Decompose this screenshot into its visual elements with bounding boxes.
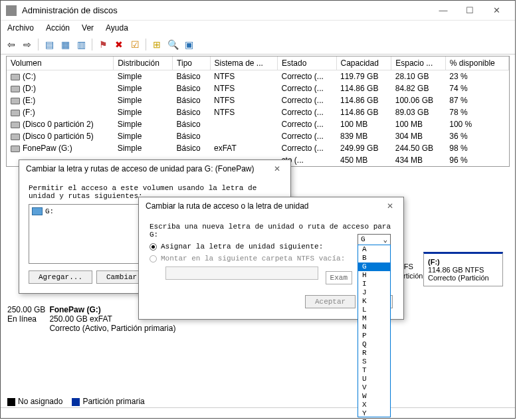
cell: 434 MB <box>391 154 446 166</box>
combo-option[interactable]: T <box>358 366 390 375</box>
combo-option[interactable]: W <box>358 392 390 401</box>
maximize-button[interactable]: ☐ <box>457 1 483 20</box>
cell: Correcto (... <box>277 82 336 94</box>
combo-option[interactable]: G <box>358 262 390 271</box>
table-row[interactable]: (Disco 0 partición 2)SimpleBásicoCorrect… <box>7 118 509 130</box>
titlebar: Administración de discos — ☐ ✕ <box>1 1 515 21</box>
combo-option[interactable]: Y <box>358 409 390 418</box>
menu-ayuda[interactable]: Ayuda <box>104 22 130 34</box>
combo-option[interactable]: Q <box>358 340 390 349</box>
table-row[interactable]: (D:)SimpleBásicoNTFSCorrecto (...114.86 … <box>7 82 509 94</box>
cell: 114.86 GB <box>336 106 391 118</box>
col-capacidad[interactable]: Capacidad <box>336 56 391 70</box>
window-title: Administración de discos <box>22 5 430 15</box>
cell: Simple <box>114 142 173 154</box>
combo-option[interactable]: L <box>358 306 390 314</box>
cell: 98 % <box>445 142 508 154</box>
browse-button[interactable]: Exam <box>326 271 352 284</box>
combo-option[interactable]: M <box>358 314 390 323</box>
cell: Básico <box>173 70 210 83</box>
view1-icon[interactable]: ▤ <box>43 38 56 51</box>
combo-option[interactable]: V <box>358 383 390 392</box>
delete-icon[interactable]: ✖ <box>112 38 126 51</box>
combo-option[interactable]: I <box>358 280 390 288</box>
table-row[interactable]: FonePaw (G:)SimpleBásicoexFATCorrecto (.… <box>7 142 509 154</box>
cell: 89.03 GB <box>391 106 446 118</box>
cell: Simple <box>114 70 173 83</box>
cell: 249.99 GB <box>336 142 391 154</box>
menu-archivo[interactable]: Archivo <box>6 22 35 34</box>
toolbar-sep <box>38 39 39 51</box>
combo-option[interactable]: A <box>358 245 390 254</box>
minimize-button[interactable]: — <box>430 1 457 20</box>
view2-icon[interactable]: ▦ <box>58 38 72 51</box>
radio-assign-letter[interactable] <box>150 243 157 251</box>
table-row[interactable]: (F:)SimpleBásicoNTFSCorrecto (...114.86 … <box>7 106 509 118</box>
cell: 84.82 GB <box>391 82 446 94</box>
combo-option[interactable]: N <box>358 323 390 332</box>
partition-f-size: 114.86 GB NTFS <box>428 266 484 274</box>
dialog1-close-icon[interactable]: ✕ <box>270 164 284 173</box>
col-estado[interactable]: Estado <box>277 56 336 70</box>
search-icon[interactable]: 🔍 <box>166 38 179 51</box>
cell: 23 % <box>445 70 508 83</box>
combo-option[interactable]: X <box>358 401 390 409</box>
cell: Simple <box>114 118 173 130</box>
combo-option[interactable]: P <box>358 332 390 340</box>
back-icon[interactable]: ⇦ <box>5 38 18 51</box>
props-icon[interactable]: ▣ <box>182 38 195 51</box>
chevron-down-icon[interactable]: ⌄ <box>383 235 387 244</box>
combo-option[interactable]: K <box>358 297 390 306</box>
table-row[interactable]: (C:)SimpleBásicoNTFSCorrecto (...119.79 … <box>7 70 509 83</box>
col-pct[interactable]: % disponible <box>445 56 508 70</box>
add-button[interactable]: Agregar... <box>29 270 92 284</box>
legend-primary: Partición primaria <box>82 397 144 406</box>
combo-option[interactable]: H <box>358 271 390 280</box>
col-tipo[interactable]: Tipo <box>173 56 210 70</box>
col-distribucion[interactable]: Distribución <box>114 56 173 70</box>
cell: 119.79 GB <box>336 70 391 83</box>
col-volumen[interactable]: Volumen <box>7 56 114 70</box>
col-espacio[interactable]: Espacio ... <box>391 56 446 70</box>
partition-f[interactable]: (F:) 114.86 GB NTFS Correcto (Partición <box>423 252 503 286</box>
cell: 100 MB <box>391 118 446 130</box>
dialog2-close-icon[interactable]: ✕ <box>383 201 397 211</box>
cell: NTFS <box>210 70 277 83</box>
new-icon[interactable]: ⊞ <box>150 38 163 51</box>
radio-assign-letter-label: Asignar la letra de unidad siguiente: <box>161 243 323 251</box>
cell: (E:) <box>7 94 114 106</box>
cell: 244.50 GB <box>391 142 446 154</box>
partition-g-name: FonePaw (G:) <box>49 305 100 314</box>
dialog2-title: Cambiar la ruta de acceso o la letra de … <box>146 201 383 211</box>
column-headers[interactable]: Volumen Distribución Tipo Sistema de ...… <box>7 56 509 70</box>
forward-icon[interactable]: ⇨ <box>21 38 34 51</box>
check-icon[interactable]: ☑ <box>128 38 142 51</box>
table-row[interactable]: (E:)SimpleBásicoNTFSCorrecto (...114.86 … <box>7 94 509 106</box>
statusbar <box>1 407 515 418</box>
combo-option[interactable]: J <box>358 288 390 297</box>
radio-mount-folder[interactable] <box>150 255 157 262</box>
table-row[interactable]: (Disco 0 partición 5)SimpleBásicoCorrect… <box>7 130 509 142</box>
col-sistema[interactable]: Sistema de ... <box>210 56 277 70</box>
combo-option[interactable]: U <box>358 375 390 383</box>
cell: 450 MB <box>336 154 391 166</box>
ok-button[interactable]: Aceptar <box>305 295 356 308</box>
volume-icon <box>11 110 20 116</box>
menu-accion[interactable]: Acción <box>45 22 71 34</box>
view3-icon[interactable]: ▥ <box>74 38 88 51</box>
combo-option[interactable]: R <box>358 349 390 358</box>
close-button[interactable]: ✕ <box>483 1 510 20</box>
combo-option[interactable]: B <box>358 254 390 262</box>
combo-option[interactable]: S <box>358 358 390 366</box>
cell: 114.86 GB <box>336 82 391 94</box>
cell: 304 MB <box>391 130 446 142</box>
volume-icon <box>11 122 20 128</box>
disk-summary[interactable]: 250.00 GB En línea <box>7 305 45 333</box>
volume-icon <box>11 74 20 80</box>
mount-path-input <box>165 266 318 280</box>
cell: Simple <box>114 106 173 118</box>
cell: exFAT <box>210 142 277 154</box>
flag-icon[interactable]: ⚑ <box>96 38 110 51</box>
menu-ver[interactable]: Ver <box>80 22 95 34</box>
drive-letter-combo[interactable]: G ⌄ ABGHIJKLMNPQRSTUVWXYZ <box>358 234 391 417</box>
